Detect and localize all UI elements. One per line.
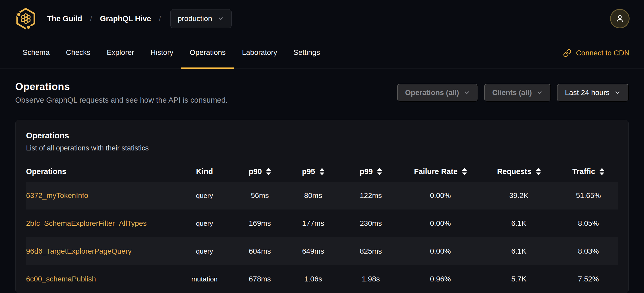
cell-p90: 678ms: [233, 265, 287, 293]
link-icon: [563, 49, 571, 57]
connect-to-cdn-label: Connect to CDN: [576, 49, 630, 57]
operation-link[interactable]: 2bfc_SchemaExplorerFilter_AllTypes: [26, 219, 147, 227]
column-label: Traffic: [572, 167, 595, 176]
sort-icon[interactable]: [266, 168, 271, 175]
period-filter-label: Last 24 hours: [565, 88, 610, 97]
cell-p95: 80ms: [287, 182, 340, 210]
environment-label: production: [178, 14, 212, 23]
cell-failure-rate: 0.96%: [402, 265, 479, 293]
chevron-down-icon: [217, 15, 224, 22]
sort-icon[interactable]: [600, 168, 604, 175]
cell-p95: 649ms: [287, 237, 340, 265]
cell-p95: 177ms: [287, 210, 340, 237]
main-content: Operations Observe GraphQL requests and …: [0, 81, 644, 293]
cell-failure-rate: 0.00%: [402, 210, 479, 237]
environment-selector[interactable]: production: [170, 9, 232, 28]
cell-p99: 122ms: [340, 182, 402, 210]
breadcrumb-project[interactable]: GraphQL Hive: [100, 14, 151, 23]
column-label: p90: [249, 167, 262, 176]
topbar: The Guild / GraphQL Hive / production: [0, 0, 644, 37]
column-label: p99: [360, 167, 373, 176]
tab-operations[interactable]: Operations: [181, 37, 234, 69]
cell-traffic: 8.05%: [559, 210, 618, 237]
sort-icon[interactable]: [462, 168, 467, 175]
table-row: 6372_myTokenInfo query 56ms 80ms 122ms 0…: [26, 182, 618, 210]
tab-settings[interactable]: Settings: [285, 37, 328, 69]
column-header-failure-rate[interactable]: Failure Rate: [402, 161, 479, 182]
table-row: 96d6_TargetExplorerPageQuery query 604ms…: [26, 237, 618, 265]
page-heading-block: Operations Observe GraphQL requests and …: [15, 81, 228, 104]
column-header-requests[interactable]: Requests: [479, 161, 559, 182]
column-header-traffic[interactable]: Traffic: [559, 161, 618, 182]
tab-explorer[interactable]: Explorer: [99, 37, 142, 69]
cell-p90: 604ms: [233, 237, 287, 265]
table-row: 2bfc_SchemaExplorerFilter_AllTypes query…: [26, 210, 618, 237]
breadcrumb-separator: /: [90, 15, 92, 23]
sort-icon[interactable]: [320, 168, 324, 175]
cell-requests: 5.7K: [479, 265, 559, 293]
column-header-p90[interactable]: p90: [233, 161, 287, 182]
clients-filter-label: Clients (all): [492, 88, 532, 97]
breadcrumb-separator: /: [159, 15, 161, 23]
chevron-down-icon: [536, 89, 543, 96]
cell-failure-rate: 0.00%: [402, 237, 479, 265]
cell-traffic: 7.52%: [559, 265, 618, 293]
user-icon: [615, 14, 625, 24]
operation-link[interactable]: 6372_myTokenInfo: [26, 191, 88, 200]
cell-traffic: 51.65%: [559, 182, 618, 210]
sort-icon[interactable]: [377, 168, 382, 175]
tab-laboratory[interactable]: Laboratory: [234, 37, 285, 69]
column-header-kind: Kind: [176, 161, 233, 182]
connect-to-cdn-link[interactable]: Connect to CDN: [563, 37, 630, 69]
cell-requests: 39.2K: [479, 182, 559, 210]
column-header-p95[interactable]: p95: [287, 161, 340, 182]
tab-checks[interactable]: Checks: [58, 37, 99, 69]
cell-p90: 169ms: [233, 210, 287, 237]
cell-kind: query: [176, 210, 233, 237]
breadcrumb-org[interactable]: The Guild: [47, 14, 82, 23]
cell-p99: 825ms: [340, 237, 402, 265]
sort-icon[interactable]: [536, 168, 541, 175]
cell-kind: mutation: [176, 265, 233, 293]
column-label: Failure Rate: [414, 167, 458, 176]
tab-bar: Schema Checks Explorer History Operation…: [0, 37, 644, 69]
column-header-p99[interactable]: p99: [340, 161, 402, 182]
page-subtitle: Observe GraphQL requests and see how the…: [15, 96, 228, 104]
chevron-down-icon: [463, 89, 470, 96]
column-label: Requests: [497, 167, 531, 176]
filter-bar: Operations (all) Clients (all) Last 24 h…: [397, 84, 629, 102]
clients-filter-dropdown[interactable]: Clients (all): [484, 84, 551, 102]
cell-kind: query: [176, 237, 233, 265]
operation-link[interactable]: 6c00_schemaPublish: [26, 275, 96, 283]
column-label: Operations: [26, 167, 66, 176]
chevron-down-icon: [614, 89, 621, 96]
tab-history[interactable]: History: [142, 37, 181, 69]
operations-filter-label: Operations (all): [405, 88, 459, 97]
cell-p99: 1.98s: [340, 265, 402, 293]
table-header-row: Operations Kind p90 p95 p99: [26, 161, 618, 182]
table-row: 6c00_schemaPublish mutation 678ms 1.06s …: [26, 265, 618, 293]
page-head: Operations Observe GraphQL requests and …: [15, 81, 629, 104]
page-title: Operations: [15, 81, 228, 92]
operations-filter-dropdown[interactable]: Operations (all): [397, 84, 478, 102]
card-title: Operations: [26, 131, 618, 140]
column-label: Kind: [196, 167, 213, 176]
cell-failure-rate: 0.00%: [402, 182, 479, 210]
column-header-operations: Operations: [26, 161, 176, 182]
user-avatar[interactable]: [610, 9, 630, 28]
cell-requests: 6.1K: [479, 237, 559, 265]
operations-table: Operations Kind p90 p95 p99: [26, 161, 618, 293]
cell-p95: 1.06s: [287, 265, 340, 293]
cell-kind: query: [176, 182, 233, 210]
period-filter-dropdown[interactable]: Last 24 hours: [557, 84, 629, 102]
cell-requests: 6.1K: [479, 210, 559, 237]
cell-traffic: 8.03%: [559, 237, 618, 265]
card-subtitle: List of all operations with their statis…: [26, 144, 618, 152]
cell-p90: 56ms: [233, 182, 287, 210]
tab-schema[interactable]: Schema: [14, 37, 58, 69]
column-label: p95: [302, 167, 315, 176]
hive-logo-icon: [14, 7, 37, 30]
operations-card: Operations List of all operations with t…: [15, 120, 629, 293]
operation-link[interactable]: 96d6_TargetExplorerPageQuery: [26, 247, 132, 255]
cell-p99: 230ms: [340, 210, 402, 237]
